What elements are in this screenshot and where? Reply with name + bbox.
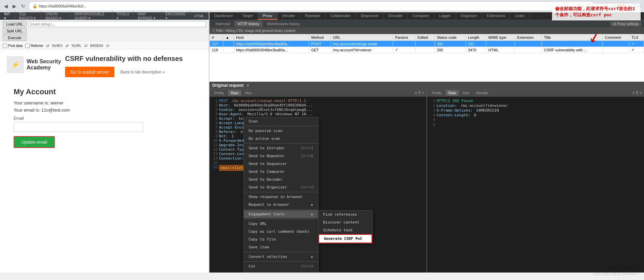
arrows-icon2: ⇄ [65, 43, 69, 48]
submenu-generate-csrf[interactable]: Generate CSRF PoC [318, 234, 372, 243]
ctx-copy-file[interactable]: Copy to file [244, 235, 318, 243]
col-flag[interactable]: ▲ [223, 34, 234, 41]
home-button[interactable]: ⌂ [607, 4, 610, 9]
ctx-send-sequencer[interactable]: Send to Sequencer [244, 160, 318, 168]
url-input[interactable] [29, 21, 206, 27]
bapp-tab-html[interactable]: HTML [190, 13, 209, 19]
execute-button[interactable]: Execute [3, 35, 27, 41]
tab-collaborator[interactable]: Collaborator [326, 12, 356, 20]
post-data-cb[interactable]: Post data [3, 44, 22, 48]
col-method[interactable]: Method [309, 34, 331, 41]
ctx-send-organizer[interactable]: Send to Organizer Ctrl+O [244, 183, 318, 191]
url-bar[interactable]: 🔒 https://0a90006a046be3b3... 🇮🇪 ↺ [29, 1, 595, 11]
submenu-schedule-task[interactable]: Schedule task [318, 226, 372, 234]
req-tab-raw[interactable]: Raw [228, 90, 241, 96]
ctx-scan[interactable]: Scan [244, 117, 318, 125]
res-icon-para[interactable]: ¶ [636, 90, 638, 95]
ctx-send-repeater[interactable]: Send to Repeater Ctrl+R [244, 152, 318, 160]
ctx-send-decoder[interactable]: Send to Decoder [244, 176, 318, 183]
back-lab-link[interactable]: Back to lab description » [121, 70, 165, 75]
subtab-http-history[interactable]: HTTP history [234, 21, 263, 27]
res-tab-raw[interactable]: Raw [446, 90, 459, 96]
email-input[interactable] [14, 122, 143, 132]
table-row[interactable]: 118 https://0a90063046be3ba80a... GET /m… [210, 47, 644, 53]
ctx-convert-selection[interactable]: Convert selection ▶ [244, 253, 318, 261]
req-icon-para[interactable]: ¶ [419, 90, 421, 95]
req-tab-pretty[interactable]: Pretty [211, 90, 227, 96]
forward-button[interactable]: ▶ [11, 3, 18, 10]
col-comment[interactable]: Comment [603, 34, 629, 41]
submenu-discover-content[interactable]: Discover content [318, 218, 372, 226]
arrows-icon: ⇄ [46, 43, 49, 48]
table-row[interactable]: 117 https://0a90006a046be3ba80a... POST … [210, 41, 644, 47]
tab-proxy[interactable]: Proxy [258, 12, 277, 20]
req-tab-hex[interactable]: Hex [242, 90, 255, 96]
ctx-request-browser[interactable]: Request in browser ▶ [244, 201, 318, 209]
tab-target[interactable]: Target [238, 12, 258, 20]
req-icon-equal[interactable]: = [422, 90, 424, 95]
col-length[interactable]: Length [466, 34, 486, 41]
col-params[interactable]: Params [393, 34, 415, 41]
exploit-server-button[interactable]: Go to exploit server [65, 67, 114, 77]
col-edited[interactable]: Edited [415, 34, 435, 41]
tab-logger[interactable]: Logger [434, 12, 456, 20]
ctx-active-scan[interactable]: Do active scan [244, 135, 318, 143]
ctx-engagement-tools[interactable]: Engagement tools ▶ Find references Disco… [244, 210, 318, 218]
refresh-button[interactable]: ↻ [20, 3, 27, 10]
extensions-button[interactable]: ⬡ [612, 4, 616, 9]
res-tab-hex[interactable]: Hex [460, 90, 472, 96]
req-icon-list[interactable]: ≡ [415, 90, 417, 95]
tab-sequencer[interactable]: Sequencer [356, 12, 384, 20]
ctx-copy-curl[interactable]: Copy as curl command (bash) [244, 228, 318, 235]
tab-intruder[interactable]: Intruder [278, 12, 300, 20]
update-email-button[interactable]: Update email [14, 136, 55, 148]
res-tab-pretty[interactable]: Pretty [429, 90, 444, 96]
post-data-checkbox[interactable] [3, 44, 7, 48]
table-header-row: # ▲ Host Method URL Params Edited Status… [210, 34, 644, 41]
row-url: /my-account?id=wiener [331, 47, 393, 53]
split-url-button[interactable]: Split URL [3, 28, 27, 34]
col-host[interactable]: Host [234, 34, 309, 41]
col-tls[interactable]: TLS [629, 34, 644, 41]
load-url-button[interactable]: Load URL [3, 21, 27, 27]
res-icon-equal[interactable]: = [640, 90, 642, 95]
ctx-send-comparer[interactable]: Send to Comparer [244, 168, 318, 176]
col-ext[interactable]: Extension [515, 34, 542, 41]
res-icon-list[interactable]: ≡ [632, 90, 635, 95]
reload-page-button[interactable]: ↺ [584, 3, 591, 10]
main-layout: INT ▾ SQL BASICS ▾ UNION BASED ▾ ERROR/D… [0, 12, 644, 273]
bookmark-button[interactable]: ☆ [597, 4, 601, 9]
col-url[interactable]: URL [331, 34, 393, 41]
ctx-cut[interactable]: Cut Ctrl+X [244, 262, 318, 270]
back-button[interactable]: ◀ [3, 3, 9, 10]
col-num[interactable]: # [210, 34, 223, 41]
ctx-show-response[interactable]: Show response in browser [244, 193, 318, 201]
ctx-send-intruder[interactable]: Send to Intruder Ctrl+I [244, 144, 318, 152]
tab-organizer[interactable]: Organizer [456, 12, 482, 20]
tab-repeater[interactable]: Repeater [300, 12, 325, 20]
res-tab-render[interactable]: Render [473, 90, 491, 96]
search-icon: 🔍 [627, 4, 632, 9]
orig-req-dropdown[interactable]: ▼ [246, 84, 250, 87]
col-status[interactable]: Status code [435, 34, 466, 41]
ctx-copy-url[interactable]: Copy URL [244, 220, 318, 228]
tab-decoder[interactable]: Decoder [384, 12, 408, 20]
proxy-settings-button[interactable]: ⚙ Proxy settings [610, 21, 641, 27]
subtab-intercept[interactable]: Intercept [212, 21, 234, 27]
tab-learn[interactable]: Learn [511, 12, 530, 20]
tab-extensions[interactable]: Extensions [482, 12, 511, 20]
referrer-cb[interactable]: Referrer [25, 44, 43, 48]
ctx-passive-scan[interactable]: Do passive scan [244, 127, 318, 135]
referrer-checkbox[interactable] [25, 44, 30, 48]
submenu-find-references[interactable]: Find references [318, 211, 372, 218]
ctx-copy[interactable]: Copy Ctrl+C [244, 270, 318, 273]
col-mime[interactable]: MIME type [486, 34, 515, 41]
tab-dashboard[interactable]: Dashboard [209, 12, 238, 20]
my-account-heading: My Account [14, 87, 195, 96]
download-button[interactable]: ↓ [603, 4, 606, 9]
subtab-websockets[interactable]: WebSockets history [264, 21, 303, 27]
tab-comparer[interactable]: Comparer [408, 12, 434, 20]
col-title[interactable]: Title [542, 34, 603, 41]
filter-bar[interactable]: ▽ Filter: Hiding CSS, image and general … [209, 28, 644, 34]
ctx-save-item[interactable]: Save item [244, 243, 318, 251]
